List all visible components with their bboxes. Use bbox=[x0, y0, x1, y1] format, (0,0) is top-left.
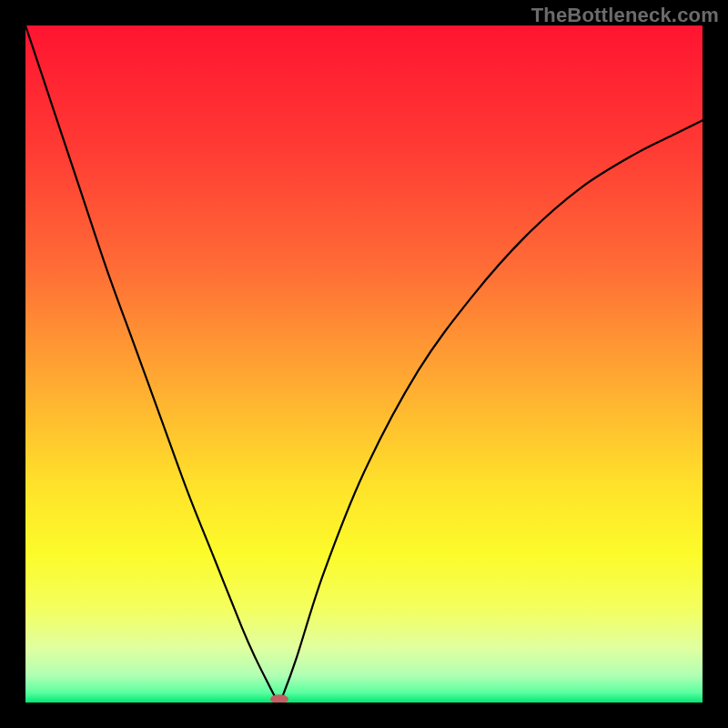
watermark-text: TheBottleneck.com bbox=[531, 4, 719, 27]
chart-frame: TheBottleneck.com bbox=[0, 0, 728, 728]
minimum-marker bbox=[270, 694, 288, 703]
plot-area bbox=[25, 25, 703, 703]
bottleneck-curve bbox=[25, 25, 703, 703]
curve-layer bbox=[25, 25, 703, 703]
